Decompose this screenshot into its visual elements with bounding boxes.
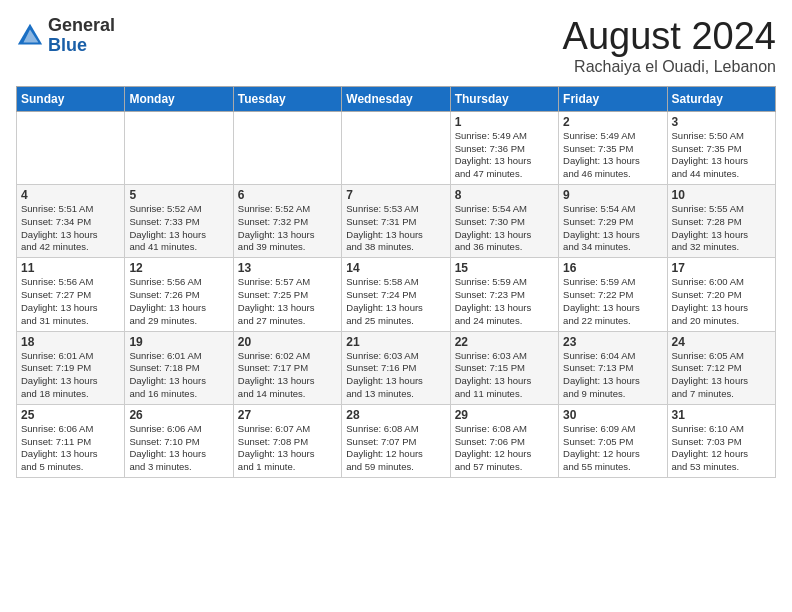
day-info: Sunrise: 6:03 AM Sunset: 7:15 PM Dayligh… [455, 350, 554, 401]
day-number: 19 [129, 335, 228, 349]
calendar-header-monday: Monday [125, 86, 233, 111]
location: Rachaiya el Ouadi, Lebanon [563, 58, 776, 76]
day-number: 21 [346, 335, 445, 349]
page-header: General Blue August 2024 Rachaiya el Oua… [16, 16, 776, 76]
logo-icon [16, 22, 44, 50]
day-info: Sunrise: 5:54 AM Sunset: 7:30 PM Dayligh… [455, 203, 554, 254]
calendar-cell: 3Sunrise: 5:50 AM Sunset: 7:35 PM Daylig… [667, 111, 775, 184]
day-info: Sunrise: 5:52 AM Sunset: 7:32 PM Dayligh… [238, 203, 337, 254]
day-info: Sunrise: 5:59 AM Sunset: 7:22 PM Dayligh… [563, 276, 662, 327]
calendar-cell: 18Sunrise: 6:01 AM Sunset: 7:19 PM Dayli… [17, 331, 125, 404]
logo-blue-text: Blue [48, 35, 87, 55]
day-info: Sunrise: 6:00 AM Sunset: 7:20 PM Dayligh… [672, 276, 771, 327]
day-info: Sunrise: 5:50 AM Sunset: 7:35 PM Dayligh… [672, 130, 771, 181]
day-number: 3 [672, 115, 771, 129]
day-info: Sunrise: 6:08 AM Sunset: 7:07 PM Dayligh… [346, 423, 445, 474]
calendar-cell: 13Sunrise: 5:57 AM Sunset: 7:25 PM Dayli… [233, 258, 341, 331]
day-info: Sunrise: 6:06 AM Sunset: 7:10 PM Dayligh… [129, 423, 228, 474]
month-title: August 2024 [563, 16, 776, 58]
day-info: Sunrise: 6:01 AM Sunset: 7:19 PM Dayligh… [21, 350, 120, 401]
calendar-week-row: 4Sunrise: 5:51 AM Sunset: 7:34 PM Daylig… [17, 185, 776, 258]
calendar-cell: 31Sunrise: 6:10 AM Sunset: 7:03 PM Dayli… [667, 404, 775, 477]
day-number: 6 [238, 188, 337, 202]
day-number: 1 [455, 115, 554, 129]
calendar-header-tuesday: Tuesday [233, 86, 341, 111]
calendar-cell: 25Sunrise: 6:06 AM Sunset: 7:11 PM Dayli… [17, 404, 125, 477]
calendar-cell: 2Sunrise: 5:49 AM Sunset: 7:35 PM Daylig… [559, 111, 667, 184]
day-number: 23 [563, 335, 662, 349]
logo: General Blue [16, 16, 115, 56]
day-info: Sunrise: 5:52 AM Sunset: 7:33 PM Dayligh… [129, 203, 228, 254]
day-info: Sunrise: 5:59 AM Sunset: 7:23 PM Dayligh… [455, 276, 554, 327]
day-number: 16 [563, 261, 662, 275]
calendar-cell: 21Sunrise: 6:03 AM Sunset: 7:16 PM Dayli… [342, 331, 450, 404]
calendar-cell: 12Sunrise: 5:56 AM Sunset: 7:26 PM Dayli… [125, 258, 233, 331]
day-info: Sunrise: 5:57 AM Sunset: 7:25 PM Dayligh… [238, 276, 337, 327]
calendar-cell: 8Sunrise: 5:54 AM Sunset: 7:30 PM Daylig… [450, 185, 558, 258]
day-number: 24 [672, 335, 771, 349]
calendar-cell: 19Sunrise: 6:01 AM Sunset: 7:18 PM Dayli… [125, 331, 233, 404]
day-info: Sunrise: 5:51 AM Sunset: 7:34 PM Dayligh… [21, 203, 120, 254]
day-number: 22 [455, 335, 554, 349]
calendar-cell: 10Sunrise: 5:55 AM Sunset: 7:28 PM Dayli… [667, 185, 775, 258]
day-number: 25 [21, 408, 120, 422]
day-number: 29 [455, 408, 554, 422]
calendar-cell: 5Sunrise: 5:52 AM Sunset: 7:33 PM Daylig… [125, 185, 233, 258]
day-info: Sunrise: 5:53 AM Sunset: 7:31 PM Dayligh… [346, 203, 445, 254]
calendar-week-row: 1Sunrise: 5:49 AM Sunset: 7:36 PM Daylig… [17, 111, 776, 184]
day-info: Sunrise: 5:49 AM Sunset: 7:36 PM Dayligh… [455, 130, 554, 181]
calendar-cell: 9Sunrise: 5:54 AM Sunset: 7:29 PM Daylig… [559, 185, 667, 258]
day-info: Sunrise: 5:49 AM Sunset: 7:35 PM Dayligh… [563, 130, 662, 181]
day-number: 14 [346, 261, 445, 275]
day-number: 7 [346, 188, 445, 202]
calendar-header-wednesday: Wednesday [342, 86, 450, 111]
calendar-cell [125, 111, 233, 184]
calendar-header-saturday: Saturday [667, 86, 775, 111]
calendar-header-row: SundayMondayTuesdayWednesdayThursdayFrid… [17, 86, 776, 111]
day-info: Sunrise: 6:05 AM Sunset: 7:12 PM Dayligh… [672, 350, 771, 401]
day-info: Sunrise: 6:09 AM Sunset: 7:05 PM Dayligh… [563, 423, 662, 474]
day-number: 2 [563, 115, 662, 129]
calendar-cell: 30Sunrise: 6:09 AM Sunset: 7:05 PM Dayli… [559, 404, 667, 477]
day-info: Sunrise: 6:03 AM Sunset: 7:16 PM Dayligh… [346, 350, 445, 401]
day-info: Sunrise: 5:56 AM Sunset: 7:27 PM Dayligh… [21, 276, 120, 327]
day-info: Sunrise: 6:10 AM Sunset: 7:03 PM Dayligh… [672, 423, 771, 474]
day-number: 30 [563, 408, 662, 422]
day-number: 28 [346, 408, 445, 422]
calendar-cell: 28Sunrise: 6:08 AM Sunset: 7:07 PM Dayli… [342, 404, 450, 477]
calendar-cell [17, 111, 125, 184]
day-number: 8 [455, 188, 554, 202]
day-info: Sunrise: 5:58 AM Sunset: 7:24 PM Dayligh… [346, 276, 445, 327]
calendar-week-row: 18Sunrise: 6:01 AM Sunset: 7:19 PM Dayli… [17, 331, 776, 404]
day-number: 13 [238, 261, 337, 275]
calendar-cell: 1Sunrise: 5:49 AM Sunset: 7:36 PM Daylig… [450, 111, 558, 184]
calendar-cell: 23Sunrise: 6:04 AM Sunset: 7:13 PM Dayli… [559, 331, 667, 404]
day-number: 9 [563, 188, 662, 202]
day-number: 11 [21, 261, 120, 275]
day-number: 17 [672, 261, 771, 275]
calendar-table: SundayMondayTuesdayWednesdayThursdayFrid… [16, 86, 776, 478]
calendar-cell: 6Sunrise: 5:52 AM Sunset: 7:32 PM Daylig… [233, 185, 341, 258]
calendar-cell: 27Sunrise: 6:07 AM Sunset: 7:08 PM Dayli… [233, 404, 341, 477]
calendar-cell: 14Sunrise: 5:58 AM Sunset: 7:24 PM Dayli… [342, 258, 450, 331]
calendar-header-sunday: Sunday [17, 86, 125, 111]
day-number: 26 [129, 408, 228, 422]
calendar-cell: 17Sunrise: 6:00 AM Sunset: 7:20 PM Dayli… [667, 258, 775, 331]
calendar-cell [342, 111, 450, 184]
calendar-header-thursday: Thursday [450, 86, 558, 111]
calendar-cell: 26Sunrise: 6:06 AM Sunset: 7:10 PM Dayli… [125, 404, 233, 477]
calendar-header-friday: Friday [559, 86, 667, 111]
day-number: 27 [238, 408, 337, 422]
calendar-cell: 24Sunrise: 6:05 AM Sunset: 7:12 PM Dayli… [667, 331, 775, 404]
day-number: 31 [672, 408, 771, 422]
calendar-cell: 20Sunrise: 6:02 AM Sunset: 7:17 PM Dayli… [233, 331, 341, 404]
calendar-cell: 4Sunrise: 5:51 AM Sunset: 7:34 PM Daylig… [17, 185, 125, 258]
calendar-cell: 22Sunrise: 6:03 AM Sunset: 7:15 PM Dayli… [450, 331, 558, 404]
logo-general-text: General [48, 15, 115, 35]
calendar-cell [233, 111, 341, 184]
calendar-cell: 29Sunrise: 6:08 AM Sunset: 7:06 PM Dayli… [450, 404, 558, 477]
day-info: Sunrise: 6:01 AM Sunset: 7:18 PM Dayligh… [129, 350, 228, 401]
day-number: 15 [455, 261, 554, 275]
day-number: 5 [129, 188, 228, 202]
day-number: 20 [238, 335, 337, 349]
